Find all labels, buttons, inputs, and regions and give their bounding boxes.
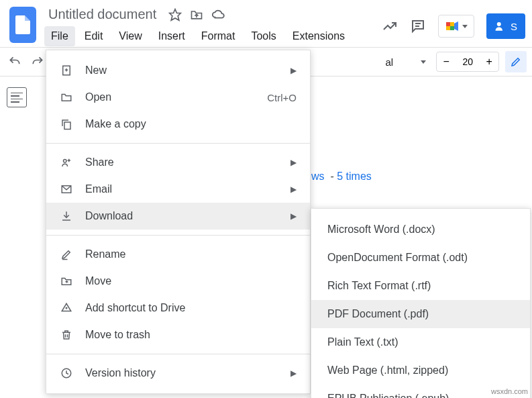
download-odt[interactable]: OpenDocument Format (.odt) (311, 244, 530, 272)
menu-extensions[interactable]: Extensions (286, 26, 352, 46)
svg-rect-4 (446, 22, 450, 26)
menu-edit[interactable]: Edit (78, 26, 110, 46)
menu-format[interactable]: Format (195, 26, 242, 46)
file-dropdown: New▶ OpenCtrl+O Make a copy Share▶ Email… (46, 50, 311, 394)
menu-bar: File Edit View Insert Format Tools Exten… (44, 26, 382, 46)
trash-icon (60, 328, 73, 342)
move-icon (60, 275, 73, 288)
zoom-value[interactable]: 20 (456, 56, 480, 67)
new-doc-icon (60, 64, 73, 77)
copy-icon (60, 117, 73, 131)
email-icon (60, 183, 73, 196)
meet-button[interactable] (438, 15, 474, 38)
download-txt[interactable]: Plain Text (.txt) (311, 328, 530, 356)
menu-trash[interactable]: Move to trash (46, 321, 310, 348)
docs-logo[interactable] (9, 7, 36, 43)
menu-new[interactable]: New▶ (46, 57, 310, 84)
download-rtf[interactable]: Rich Text Format (.rtf) (311, 272, 530, 300)
activity-icon[interactable] (382, 18, 398, 34)
document-body-text: ws - 5 times (311, 170, 372, 183)
svg-marker-9 (421, 60, 426, 64)
menu-file[interactable]: File (44, 26, 75, 46)
comments-icon[interactable] (410, 18, 426, 34)
menu-download[interactable]: Download▶ (46, 203, 310, 230)
download-submenu: Microsoft Word (.docx) OpenDocument Form… (311, 208, 531, 398)
svg-marker-6 (454, 21, 458, 31)
download-html[interactable]: Web Page (.html, zipped) (311, 356, 530, 385)
menu-make-copy[interactable]: Make a copy (46, 111, 310, 138)
document-title[interactable]: Untitled document (44, 5, 160, 23)
svg-marker-7 (462, 25, 468, 28)
zoom-minus[interactable]: − (437, 52, 456, 71)
undo-icon[interactable] (8, 55, 21, 68)
menu-share[interactable]: Share▶ (46, 149, 310, 176)
star-icon[interactable] (168, 8, 182, 21)
share-button[interactable]: S (486, 13, 525, 39)
outline-icon[interactable] (7, 87, 27, 107)
font-selector[interactable]: al (386, 56, 427, 68)
download-docx[interactable]: Microsoft Word (.docx) (311, 215, 530, 244)
svg-point-8 (497, 22, 501, 26)
menu-open[interactable]: OpenCtrl+O (46, 84, 310, 111)
folder-icon (60, 91, 73, 104)
editing-mode-icon[interactable] (505, 51, 527, 72)
watermark: wsxdn.com (491, 387, 528, 395)
download-icon (60, 209, 73, 223)
svg-rect-13 (64, 122, 70, 130)
menu-view[interactable]: View (112, 26, 148, 46)
download-pdf[interactable]: PDF Document (.pdf) (311, 300, 530, 328)
shortcut-icon (60, 301, 73, 315)
share-icon (60, 156, 73, 169)
menu-insert[interactable]: Insert (152, 26, 192, 46)
move-folder-icon[interactable] (190, 8, 203, 21)
cloud-status-icon[interactable] (211, 7, 226, 22)
redo-icon[interactable] (31, 55, 44, 68)
menu-email[interactable]: Email▶ (46, 176, 310, 203)
menu-move[interactable]: Move (46, 268, 310, 295)
menu-tools[interactable]: Tools (244, 26, 282, 46)
menu-add-shortcut[interactable]: Add shortcut to Drive (46, 295, 310, 321)
history-icon (60, 366, 73, 380)
menu-rename[interactable]: Rename (46, 241, 310, 268)
zoom-plus[interactable]: + (480, 52, 498, 71)
rename-icon (60, 248, 73, 261)
svg-marker-0 (170, 9, 181, 20)
svg-point-14 (64, 160, 67, 163)
menu-version-history[interactable]: Version history▶ (46, 360, 310, 387)
svg-rect-5 (450, 26, 454, 30)
